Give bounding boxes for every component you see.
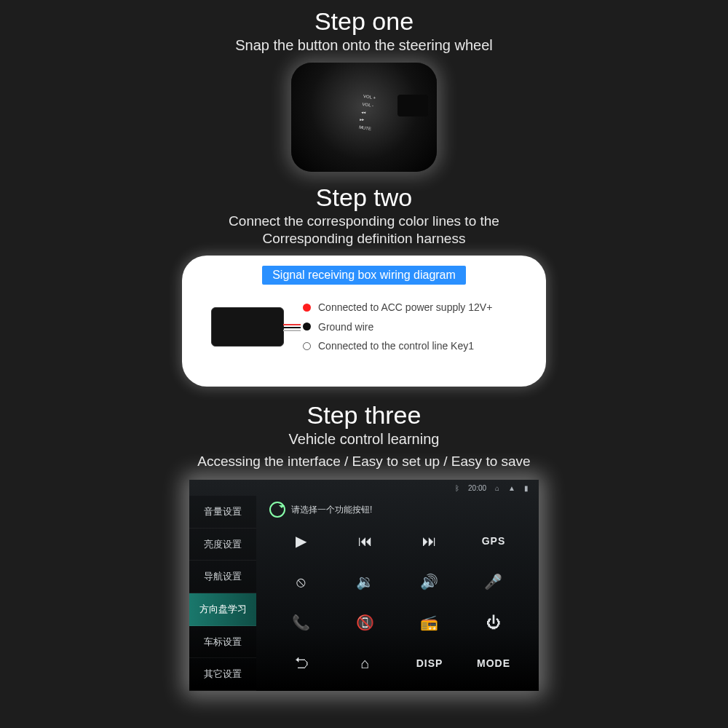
grid-button[interactable]: 🎤	[484, 573, 503, 590]
grid-button[interactable]: MODE	[477, 657, 510, 669]
grid-button[interactable]: 🔉	[356, 573, 375, 590]
step2-title: Step two	[316, 183, 412, 212]
step3-subtitle-line2: Accessing the interface / Easy to set up…	[197, 454, 530, 470]
grid-button[interactable]: GPS	[482, 535, 506, 547]
status-time: 20:00	[468, 484, 486, 492]
battery-icon: ▮	[524, 484, 529, 492]
legend-row-key1: Connected to the control line Key1	[303, 336, 517, 356]
dot-black-icon	[303, 323, 311, 331]
step3-subtitle-line1: Vehicle control learning	[289, 431, 440, 448]
step3-title: Step three	[307, 401, 422, 430]
grid-button[interactable]: ⦸	[296, 574, 306, 590]
legend-row-ground: Ground wire	[303, 317, 517, 337]
main-header: 请选择一个功能按钮!	[269, 499, 526, 521]
sidebar-item[interactable]: 导航设置	[189, 561, 256, 593]
grid-button[interactable]: ⌂	[360, 655, 370, 672]
function-grid: ▶⏮⏭GPS⦸🔉🔊🎤📞📵📻⏻⮌⌂DISPMODE	[269, 521, 526, 684]
car-icon: ⌂	[495, 484, 499, 492]
step1-title: Step one	[314, 7, 414, 36]
sidebar-item[interactable]: 其它设置	[189, 658, 256, 691]
wiring-legend: Connected to ACC power supply 12V+ Groun…	[303, 298, 517, 356]
dot-red-icon	[303, 304, 311, 312]
sidebar-item[interactable]: 亮度设置	[189, 529, 256, 561]
grid-button[interactable]: 📞	[292, 614, 311, 631]
grid-button[interactable]: ⏭	[422, 533, 438, 550]
dot-open-icon	[303, 342, 311, 350]
grid-button[interactable]: 📻	[420, 614, 439, 631]
receiver-box-image	[211, 307, 284, 347]
grid-button[interactable]: DISP	[416, 657, 443, 669]
step2-subtitle-line2: Corresponding definition harness	[263, 231, 466, 247]
sidebar-item[interactable]: 方向盘学习	[189, 593, 256, 626]
status-bar: ᛒ 20:00 ⌂ ▲ ▮	[189, 480, 539, 496]
legend-row-acc: Connected to ACC power supply 12V+	[303, 298, 517, 317]
refresh-icon[interactable]	[269, 502, 285, 518]
grid-button[interactable]: ⏮	[358, 533, 373, 550]
wiring-header: Signal receiving box wiring diagram	[262, 266, 466, 285]
steering-wheel-image: VOL + VOL - ◂◂ ▸▸ MUTE	[291, 63, 437, 172]
bluetooth-icon: ᛒ	[455, 484, 459, 492]
step1-subtitle: Snap the button onto the steering wheel	[235, 37, 493, 54]
sidebar: 音量设置亮度设置导航设置方向盘学习车标设置其它设置	[189, 496, 256, 691]
sidebar-item[interactable]: 音量设置	[189, 496, 256, 529]
sidebar-item[interactable]: 车标设置	[189, 626, 256, 659]
wiring-diagram-card: Signal receiving box wiring diagram Conn…	[182, 256, 546, 387]
main-header-text: 请选择一个功能按钮!	[291, 504, 372, 516]
grid-button[interactable]: ▶	[296, 532, 307, 550]
wifi-icon: ▲	[508, 484, 515, 492]
grid-button[interactable]: ⮌	[294, 655, 309, 672]
grid-button[interactable]: 🔊	[420, 573, 439, 590]
grid-button[interactable]: 📵	[356, 614, 375, 631]
grid-button[interactable]: ⏻	[486, 614, 502, 631]
step2-subtitle-line1: Connect the corresponding color lines to…	[229, 213, 499, 229]
head-unit-screenshot: ᛒ 20:00 ⌂ ▲ ▮ 音量设置亮度设置导航设置方向盘学习车标设置其它设置 …	[189, 480, 539, 691]
